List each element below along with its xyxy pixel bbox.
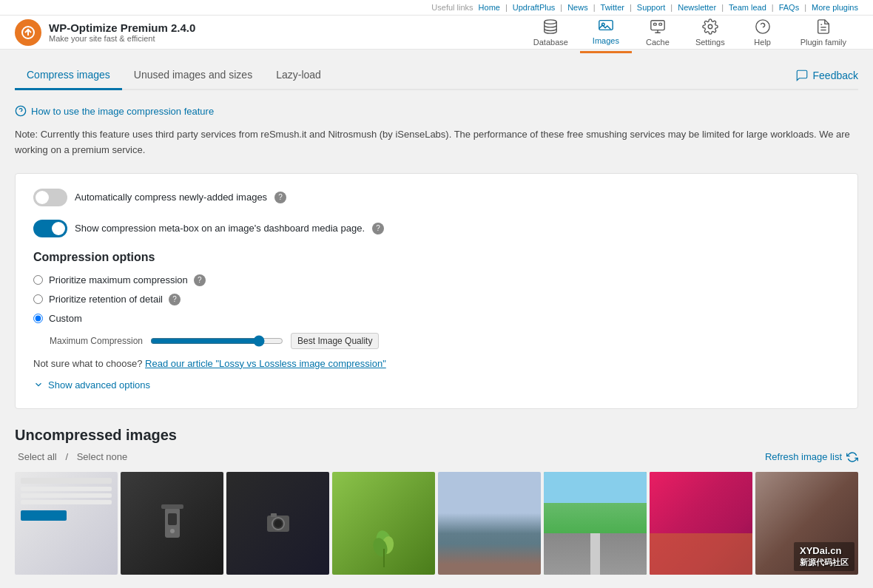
help-link-text: How to use the image compression feature [31,106,214,117]
image-tile[interactable] [438,472,541,575]
auto-compress-label: Automatically compress newly-added image… [75,192,267,203]
tab-compress-images[interactable]: Compress images [15,61,122,90]
compression-slider-row: Maximum Compression Best Image Quality [33,333,840,349]
toggle-meta-box-row: Show compression meta-box on an image's … [33,220,840,237]
useful-links-label: Useful links [431,3,473,12]
meta-box-toggle[interactable] [33,220,67,237]
nav-cache[interactable]: Cache [632,11,684,53]
svg-rect-2 [599,21,613,30]
radio-max-compression-label: Prioritize maximum compression [49,274,188,285]
svg-point-20 [274,520,282,527]
svg-rect-6 [659,23,662,25]
retention-help-icon[interactable]: ? [169,294,181,305]
radio-retention-row: Prioritize retention of detail ? [33,294,840,305]
help-icon [755,18,771,35]
toggle-auto-compress-row: Automatically compress newly-added image… [33,189,840,206]
feedback-button[interactable]: Feedback [795,69,858,82]
watermark: XYDai.cn新源代码社区 [794,542,855,571]
tab-unused-images[interactable]: Unused images and sizes [122,61,264,90]
uncompressed-images-title: Uncompressed images [15,427,858,444]
compression-options-title: Compression options [33,251,840,264]
help-circle-icon [15,105,27,117]
help-how-to-link[interactable]: How to use the image compression feature [15,105,858,117]
radio-max-compression[interactable] [33,275,43,285]
logo-text: WP-Optimize Premium 2.4.0 Make your site… [49,21,195,43]
link-home[interactable]: Home [479,3,500,12]
settings-icon [702,18,718,35]
radio-retention-label: Prioritize retention of detail [49,294,163,305]
app-name: WP-Optimize Premium 2.4.0 [49,21,195,34]
advanced-options-label: Show advanced options [48,379,150,391]
image-tile[interactable] [332,472,435,575]
nav-icons: Database Images Cache [522,11,858,53]
slider-left-label: Maximum Compression [50,336,143,346]
logo-icon [15,19,41,46]
svg-point-1 [545,19,557,24]
image-tile[interactable] [15,472,118,575]
nav-help[interactable]: Help [737,11,789,53]
lossy-lossless-link[interactable]: Read our article "Lossy vs Lossless imag… [145,358,386,369]
image-tile[interactable] [121,472,223,575]
image-tile[interactable] [650,472,752,575]
nav-plugin-family[interactable]: Plugin family [789,11,858,53]
radio-retention[interactable] [33,294,43,304]
nav-images[interactable]: Images [580,11,632,53]
feedback-icon [795,69,809,82]
top-bar: WP-Optimize Premium 2.4.0 Make your site… [0,16,873,50]
nav-database[interactable]: Database [522,11,580,53]
refresh-icon [846,451,858,463]
refresh-image-list-link[interactable]: Refresh image list [765,451,858,463]
auto-compress-slider [33,189,67,206]
meta-box-help-icon[interactable]: ? [372,223,384,234]
feedback-label: Feedback [813,70,858,81]
compression-slider[interactable] [150,335,283,347]
select-all-link[interactable]: Select all [15,451,62,462]
radio-custom[interactable] [33,314,43,323]
max-compression-help-icon[interactable]: ? [194,274,206,286]
logo-area: WP-Optimize Premium 2.4.0 Make your site… [15,19,195,46]
auto-compress-toggle[interactable] [33,189,67,206]
database-icon [542,18,559,35]
image-tile[interactable] [226,472,329,575]
compression-options-section: Compression options Prioritize maximum c… [33,251,840,391]
chevron-down-icon [33,379,44,390]
radio-max-compression-row: Prioritize maximum compression ? [33,274,840,286]
radio-custom-label: Custom [49,313,82,324]
nav-database-label: Database [533,38,568,47]
nav-cache-label: Cache [646,38,670,47]
nav-settings[interactable]: Settings [684,11,737,53]
svg-point-8 [755,19,769,33]
svg-rect-21 [271,513,277,517]
tab-lazy-load[interactable]: Lazy-load [264,61,333,90]
app-tagline: Make your site fast & efficient [49,34,195,43]
uncompressed-images-section: Uncompressed images Select all / Select … [15,427,858,575]
images-actions-row: Select all / Select none Refresh image l… [15,451,858,463]
meta-box-label: Show compression meta-box on an image's … [75,223,365,234]
slider-right-label: Best Image Quality [291,333,379,349]
cache-icon [650,18,666,35]
plugin-family-icon [815,18,832,35]
image-tile[interactable]: XYDai.cn新源代码社区 [755,472,858,575]
note-text: Note: Currently this feature uses third … [15,127,858,158]
image-grid: XYDai.cn新源代码社区 [15,472,858,575]
tabs-bar: Compress images Unused images and sizes … [15,61,858,90]
svg-rect-17 [161,504,183,509]
images-icon [598,17,614,33]
svg-rect-5 [653,23,656,25]
options-box: Automatically compress newly-added image… [15,173,858,409]
nav-plugin-family-label: Plugin family [800,38,846,47]
nav-help-label: Help [754,38,771,47]
advanced-options-button[interactable]: Show advanced options [33,379,150,391]
meta-box-slider [33,220,67,237]
not-sure-text: Not sure what to choose? Read our articl… [33,358,840,369]
auto-compress-help-icon[interactable]: ? [274,192,286,203]
main-content: Compress images Unused images and sizes … [0,50,873,587]
image-tile[interactable] [544,472,647,575]
svg-point-7 [708,24,712,29]
svg-point-16 [170,529,175,533]
svg-rect-15 [168,513,177,525]
select-links: Select all / Select none [15,451,130,462]
radio-custom-row: Custom [33,313,840,324]
select-none-link[interactable]: Select none [74,451,131,462]
refresh-label: Refresh image list [765,451,842,462]
